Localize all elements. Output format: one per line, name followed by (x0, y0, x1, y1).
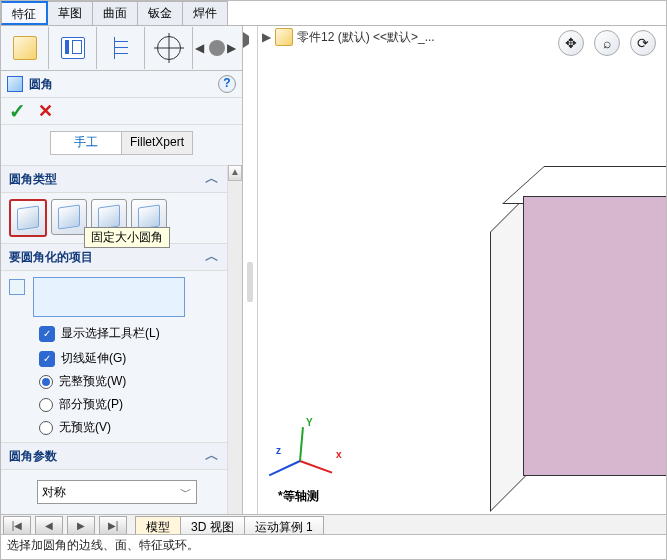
dropdown-icon: ﹀ (180, 484, 192, 501)
manager-tabs: ◀ ▶ (1, 26, 242, 71)
axis-z-label: z (276, 445, 281, 456)
tab-weldments[interactable]: 焊件 (183, 1, 228, 25)
cancel-button[interactable]: ✕ (38, 100, 53, 122)
selection-type-icon[interactable] (9, 279, 25, 295)
fillet-type-variable[interactable]: 固定大小圆角 (51, 199, 87, 235)
axis-x-label: x (336, 449, 342, 460)
feature-header: 圆角 ? (1, 71, 242, 98)
manager-tab-feature-tree[interactable] (1, 27, 49, 69)
panel-scrollbar[interactable]: ▲ ▼ (227, 165, 242, 540)
mode-filletxpert[interactable]: FilletXpert (121, 131, 193, 155)
group-title-params: 圆角参数 (9, 448, 57, 465)
breadcrumb-arrow[interactable]: ▶ (262, 30, 271, 44)
part-icon (275, 28, 293, 46)
radio-full-preview[interactable] (39, 375, 53, 389)
fillet-icon (7, 76, 23, 92)
command-tabs: 特征 草图 曲面 钣金 焊件 (1, 1, 666, 26)
group-title-type: 圆角类型 (9, 171, 57, 188)
radio-partial-preview[interactable] (39, 398, 53, 412)
scrollbar-track[interactable] (228, 181, 242, 524)
label-no-preview: 无预览(V) (59, 419, 111, 436)
tooltip-fixed-size: 固定大小圆角 (84, 227, 170, 248)
status-text: 选择加圆角的边线、面、特征或环。 (7, 538, 199, 552)
label-show-toolbar: 显示选择工具栏(L) (61, 325, 160, 342)
group-header-params[interactable]: 圆角参数 ︿ (1, 442, 227, 470)
zoom-area-icon[interactable]: ⌕ (594, 30, 620, 56)
hud-tools: ✥ ⌕ ⟳ (558, 30, 656, 56)
confirm-row: ✓ ✕ (1, 98, 242, 125)
flyout-arrow-icon[interactable] (243, 32, 257, 48)
breadcrumb-part-name[interactable]: 零件12 (默认) <<默认>_... (297, 29, 435, 46)
manager-tab-property-manager[interactable] (49, 27, 97, 69)
manager-tab-appearance[interactable] (209, 40, 225, 56)
chevron-collapse-items[interactable]: ︿ (205, 248, 219, 266)
status-bar: 选择加圆角的边线、面、特征或环。 (1, 534, 666, 559)
manager-tabs-arrow-left[interactable]: ◀ (193, 27, 205, 69)
group-title-items: 要圆角化的项目 (9, 249, 93, 266)
scrollbar-up[interactable]: ▲ (228, 165, 242, 181)
solid-body[interactable] (496, 166, 666, 476)
manager-tabs-arrow-right[interactable]: ▶ (225, 27, 237, 69)
selection-list[interactable] (33, 277, 185, 317)
select-symmetry-value: 对称 (42, 484, 66, 501)
view-triad[interactable]: x Y z (280, 410, 350, 480)
splitter-grip-icon[interactable] (247, 262, 253, 302)
view-orientation-label: *等轴测 (278, 488, 319, 505)
mode-row: 手工 FilletXpert (1, 125, 242, 165)
label-tangent-prop: 切线延伸(G) (61, 350, 126, 367)
tab-surface[interactable]: 曲面 (93, 1, 138, 25)
axis-y-label: Y (306, 417, 313, 428)
group-body-items: ✓ 显示选择工具栏(L) ✓ 切线延伸(G) 完整预览(W) (1, 271, 227, 442)
splitter[interactable] (243, 26, 258, 540)
label-full-preview: 完整预览(W) (59, 373, 126, 390)
chevron-collapse-type[interactable]: ︿ (205, 170, 219, 188)
group-header-type[interactable]: 圆角类型 ︿ (1, 165, 227, 193)
radio-no-preview[interactable] (39, 421, 53, 435)
help-icon[interactable]: ? (218, 75, 236, 93)
zoom-fit-icon[interactable]: ✥ (558, 30, 584, 56)
manager-tab-config[interactable] (97, 27, 145, 69)
group-body-type: 固定大小圆角 (1, 193, 227, 243)
manager-tab-dim-expert[interactable] (145, 27, 193, 69)
select-symmetry[interactable]: 对称 ﹀ (37, 480, 197, 504)
mode-manual[interactable]: 手工 (50, 131, 121, 155)
graphics-viewport[interactable]: ▶ 零件12 (默认) <<默认>_... ✥ ⌕ ⟳ x (258, 26, 666, 540)
property-manager-panel: ◀ ▶ 圆角 ? ✓ ✕ 手工 FilletXpert (1, 26, 243, 540)
tab-sketch[interactable]: 草图 (48, 1, 93, 25)
checkbox-tangent-prop[interactable]: ✓ (39, 351, 55, 367)
feature-title: 圆角 (29, 76, 53, 93)
chevron-collapse-params[interactable]: ︿ (205, 447, 219, 465)
checkbox-show-toolbar[interactable]: ✓ (39, 326, 55, 342)
rotate-view-icon[interactable]: ⟳ (630, 30, 656, 56)
tab-sheet-metal[interactable]: 钣金 (138, 1, 183, 25)
fillet-type-constant[interactable] (9, 199, 47, 237)
tab-features[interactable]: 特征 (1, 1, 48, 25)
label-partial-preview: 部分预览(P) (59, 396, 123, 413)
group-body-params: 对称 ﹀ (1, 470, 227, 510)
ok-button[interactable]: ✓ (9, 99, 26, 123)
